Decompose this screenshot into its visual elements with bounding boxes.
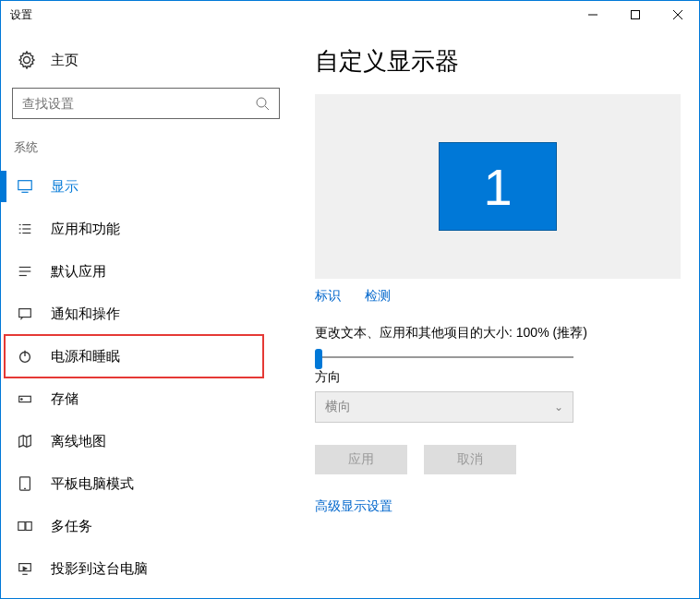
window-controls [572, 1, 699, 29]
apply-button[interactable]: 应用 [315, 445, 407, 474]
sidebar-item-label: 电源和睡眠 [51, 348, 120, 365]
storage-icon [16, 389, 34, 408]
minimize-button[interactable] [572, 1, 614, 29]
page-title: 自定义显示器 [315, 45, 681, 78]
sidebar: 主页 系统 显示 应用和功能 默认应用 通知和操作 [1, 29, 287, 598]
power-icon [16, 347, 34, 365]
svg-rect-6 [18, 181, 31, 190]
sidebar-item-label: 默认应用 [51, 263, 106, 281]
monitor-1[interactable]: 1 [439, 142, 557, 231]
sidebar-item-offline-maps[interactable]: 离线地图 [12, 420, 276, 462]
chevron-down-icon: ⌄ [554, 401, 563, 413]
svg-rect-17 [19, 309, 31, 317]
section-label: 系统 [12, 139, 276, 156]
sidebar-item-apps[interactable]: 应用和功能 [12, 208, 276, 250]
sidebar-item-display[interactable]: 显示 [12, 165, 276, 208]
project-icon [16, 559, 34, 578]
multitask-icon [16, 517, 34, 535]
tablet-icon [16, 474, 34, 493]
slider-thumb[interactable] [315, 349, 322, 369]
sidebar-item-label: 应用和功能 [51, 221, 120, 238]
advanced-display-link[interactable]: 高级显示设置 [315, 498, 392, 513]
sidebar-item-default-apps[interactable]: 默认应用 [12, 250, 276, 293]
sidebar-item-projecting[interactable]: 投影到这台电脑 [12, 547, 276, 590]
identify-link[interactable]: 标识 [315, 288, 341, 303]
sidebar-item-label: 离线地图 [51, 433, 106, 450]
main-panel: 自定义显示器 1 标识 检测 更改文本、应用和其他项目的大小: 100% (推荐… [287, 29, 699, 598]
home-button[interactable]: 主页 [12, 45, 276, 75]
window-title: 设置 [10, 7, 32, 23]
sidebar-item-power-sleep[interactable]: 电源和睡眠 [5, 335, 263, 377]
slider-track [315, 356, 573, 358]
orientation-label: 方向 [315, 369, 681, 386]
close-button[interactable] [657, 1, 699, 29]
display-preview: 1 [315, 94, 681, 279]
svg-rect-1 [632, 11, 640, 19]
scale-label: 更改文本、应用和其他项目的大小: 100% (推荐) [315, 325, 681, 341]
maximize-icon [631, 10, 640, 19]
sidebar-item-label: 平板电脑模式 [51, 475, 134, 493]
svg-rect-26 [18, 522, 25, 531]
search-icon [255, 96, 270, 111]
orientation-value: 横向 [325, 399, 351, 415]
orientation-dropdown[interactable]: 横向 ⌄ [315, 391, 573, 423]
svg-point-21 [21, 399, 22, 400]
close-icon [673, 10, 682, 19]
sidebar-item-notifications[interactable]: 通知和操作 [12, 293, 276, 335]
monitor-number: 1 [483, 157, 512, 217]
svg-rect-27 [26, 522, 31, 531]
sidebar-item-label: 通知和操作 [51, 305, 120, 323]
search-box[interactable] [12, 88, 280, 119]
notification-icon [16, 305, 34, 323]
sidebar-item-multitasking[interactable]: 多任务 [12, 505, 276, 547]
sidebar-item-storage[interactable]: 存储 [12, 377, 276, 420]
sidebar-item-tablet-mode[interactable]: 平板电脑模式 [12, 462, 276, 505]
search-input[interactable] [22, 96, 255, 111]
gear-icon [18, 51, 36, 69]
list-icon [16, 220, 34, 238]
sidebar-item-label: 多任务 [51, 518, 92, 535]
sidebar-item-label: 存储 [51, 390, 78, 408]
sidebar-item-label: 显示 [51, 178, 78, 196]
map-icon [16, 432, 34, 450]
home-label: 主页 [51, 52, 78, 69]
minimize-icon [588, 10, 597, 19]
svg-line-5 [265, 106, 269, 110]
defaults-icon [16, 262, 34, 281]
sidebar-item-label: 投影到这台电脑 [51, 560, 148, 578]
maximize-button[interactable] [614, 1, 657, 29]
title-bar: 设置 [1, 1, 699, 29]
detect-link[interactable]: 检测 [365, 288, 391, 303]
monitor-icon [16, 177, 34, 196]
cancel-button[interactable]: 取消 [424, 445, 516, 474]
scale-slider[interactable] [315, 349, 573, 351]
svg-point-4 [257, 98, 266, 107]
